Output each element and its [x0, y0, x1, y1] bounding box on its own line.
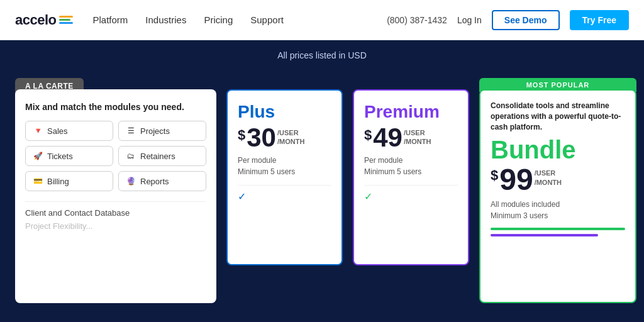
- bundle-sub-line1: All modules included: [491, 199, 625, 210]
- plus-price-unit: /USER /MONTH: [277, 128, 304, 147]
- module-billing[interactable]: 💳 Billing: [25, 171, 113, 191]
- premium-check-row: ✓: [364, 185, 458, 203]
- module-reports-label: Reports: [140, 177, 169, 186]
- nav-industries[interactable]: Industries: [145, 14, 186, 25]
- plus-sub: Per module Minimum 5 users: [238, 155, 331, 177]
- bundle-price-row: $ 99 /USER /MONTH: [491, 165, 625, 195]
- usd-banner: All prices listed in USD: [0, 40, 644, 70]
- logo-icon: [59, 16, 73, 24]
- premium-sub: Per module Minimum 5 users: [364, 155, 458, 177]
- premium-check-icon: ✓: [364, 191, 372, 203]
- main-nav: Platform Industries Pricing Support: [93, 14, 387, 25]
- sales-icon: 🔻: [32, 125, 43, 136]
- alacarte-description: Mix and match the modules you need.: [25, 102, 206, 112]
- premium-unit-line2: /MONTH: [404, 137, 431, 146]
- projects-icon: ☰: [125, 125, 136, 136]
- module-retainers[interactable]: 🗂 Retainers: [118, 146, 206, 166]
- module-reports[interactable]: 🔮 Reports: [118, 171, 206, 191]
- bundle-sub: All modules included Minimum 3 users: [491, 199, 625, 221]
- plus-dollar: $: [238, 127, 245, 143]
- module-tickets[interactable]: 🚀 Tickets: [25, 146, 113, 166]
- premium-title: Premium: [364, 102, 458, 122]
- premium-unit-line1: /USER: [404, 128, 431, 137]
- client-db-row: Client and Contact Database: [25, 201, 206, 218]
- premium-price: 49: [373, 125, 402, 151]
- tickets-icon: 🚀: [32, 150, 43, 162]
- plus-title: Plus: [238, 102, 331, 122]
- alacarte-container: A LA CARTE Mix and match the modules you…: [15, 97, 216, 303]
- nav-support[interactable]: Support: [250, 14, 284, 25]
- bundle-container: MOST POPULAR Consolidate tools and strea…: [479, 97, 636, 303]
- logo-text: accelo: [15, 12, 57, 28]
- premium-price-unit: /USER /MONTH: [404, 128, 431, 147]
- module-billing-label: Billing: [47, 177, 69, 186]
- banner-text: All prices listed in USD: [277, 50, 367, 60]
- module-tickets-label: Tickets: [47, 152, 73, 161]
- retainers-icon: 🗂: [125, 150, 136, 162]
- bundle-description: Consolidate tools and streamline operati…: [491, 101, 625, 132]
- logo[interactable]: accelo: [15, 12, 73, 28]
- plus-price: 30: [247, 125, 276, 151]
- try-free-button[interactable]: Try Free: [570, 10, 629, 30]
- module-projects-label: Projects: [140, 126, 170, 136]
- bundle-bar-purple: [491, 234, 598, 236]
- header: accelo Platform Industries Pricing Suppo…: [0, 0, 644, 40]
- bundle-price-unit: /USER /MONTH: [535, 169, 562, 187]
- bundle-unit-line1: /USER: [535, 169, 562, 177]
- bundle-unit-line2: /MONTH: [535, 178, 562, 187]
- see-demo-button[interactable]: See Demo: [492, 10, 560, 30]
- alacarte-card: Mix and match the modules you need. 🔻 Sa…: [15, 89, 216, 303]
- plus-unit-line1: /USER: [277, 128, 304, 137]
- billing-icon: 💳: [32, 175, 43, 187]
- plus-unit-line2: /MONTH: [277, 137, 304, 146]
- bundle-sub-line2: Minimum 3 users: [491, 210, 625, 221]
- plus-sub-line1: Per module: [238, 155, 331, 166]
- nav-platform[interactable]: Platform: [93, 14, 128, 25]
- reports-icon: 🔮: [125, 175, 136, 187]
- module-projects[interactable]: ☰ Projects: [118, 121, 206, 141]
- bundle-title: Bundle: [491, 137, 625, 162]
- module-retainers-label: Retainers: [140, 152, 175, 161]
- bundle-bar-green: [491, 228, 625, 230]
- module-grid: 🔻 Sales ☰ Projects 🚀 Tickets 🗂 Retainers: [25, 121, 206, 191]
- module-sales[interactable]: 🔻 Sales: [25, 121, 113, 141]
- plus-check-icon: ✓: [238, 191, 246, 203]
- plus-price-row: $ 30 /USER /MONTH: [238, 125, 331, 151]
- bundle-card: Consolidate tools and streamline operati…: [479, 89, 636, 303]
- phone-number: (800) 387-1432: [387, 15, 447, 25]
- plus-check-row: ✓: [238, 185, 331, 203]
- bundle-price: 99: [499, 165, 533, 195]
- premium-dollar: $: [364, 127, 372, 143]
- pricing-section: A LA CARTE Mix and match the modules you…: [0, 70, 644, 322]
- premium-sub-line2: Minimum 5 users: [364, 166, 458, 177]
- nav-pricing[interactable]: Pricing: [204, 14, 233, 25]
- plus-sub-line2: Minimum 5 users: [238, 166, 331, 177]
- plus-card: Plus $ 30 /USER /MONTH Per module Minimu…: [226, 89, 343, 265]
- premium-price-row: $ 49 /USER /MONTH: [364, 125, 458, 151]
- premium-card: Premium $ 49 /USER /MONTH Per module Min…: [353, 89, 469, 265]
- login-link[interactable]: Log In: [457, 15, 482, 25]
- db-row2: Project Flexibility...: [25, 218, 206, 231]
- bundle-dollar: $: [491, 167, 498, 184]
- module-sales-label: Sales: [47, 126, 68, 136]
- header-right: (800) 387-1432 Log In See Demo Try Free: [387, 10, 629, 30]
- premium-sub-line1: Per module: [364, 155, 458, 166]
